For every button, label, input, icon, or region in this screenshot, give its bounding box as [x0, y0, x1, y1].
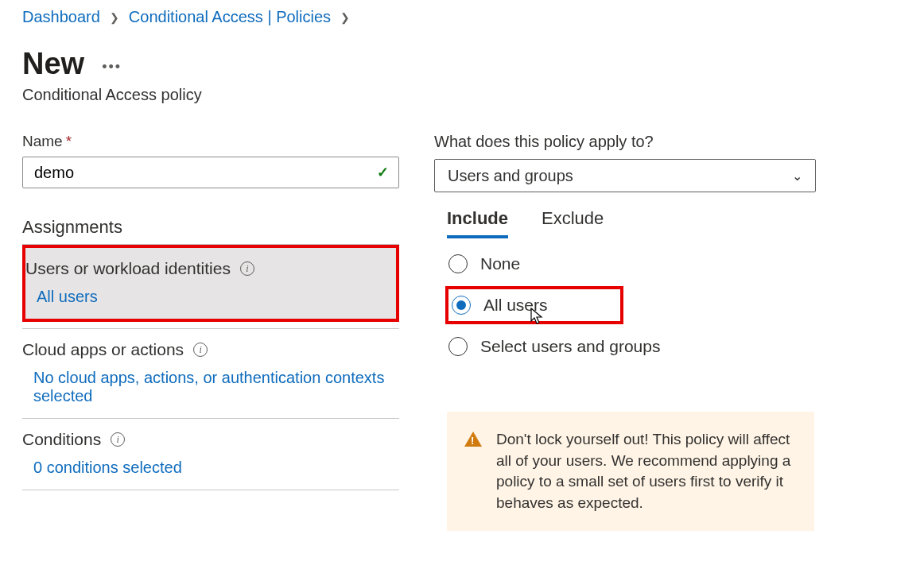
cloud-apps-value[interactable]: No cloud apps, actions, or authenticatio… [22, 369, 399, 405]
radio-none[interactable]: None [448, 254, 816, 273]
breadcrumb-dashboard[interactable]: Dashboard [22, 8, 100, 26]
page-title-row: New ••• [22, 47, 902, 81]
info-icon[interactable]: i [240, 261, 254, 276]
page-subtitle: Conditional Access policy [22, 86, 902, 104]
radio-icon [448, 254, 468, 273]
apply-to-dropdown[interactable]: Users and groups ⌄ [434, 159, 816, 192]
chevron-right-icon: ❯ [110, 11, 119, 24]
tab-include[interactable]: Include [447, 208, 508, 238]
apply-to-label: What does this policy apply to? [434, 133, 816, 151]
include-radio-group: None All users Select users and groups [434, 254, 816, 356]
cloud-apps-title: Cloud apps or actions i [22, 340, 399, 359]
right-column: What does this policy apply to? Users an… [434, 133, 816, 531]
conditions-title: Conditions i [22, 430, 399, 449]
warning-icon [464, 432, 482, 447]
users-identities-title: Users or workload identities i [25, 259, 396, 278]
tab-exclude[interactable]: Exclude [542, 208, 604, 238]
radio-all-users-highlight[interactable]: All users [445, 286, 623, 324]
name-label: Name * [22, 133, 399, 150]
breadcrumb-conditional-access[interactable]: Conditional Access | Policies [129, 8, 331, 26]
assignment-cloud-apps[interactable]: Cloud apps or actions i No cloud apps, a… [22, 329, 399, 419]
page-title: New [22, 47, 84, 81]
radio-icon [448, 337, 468, 356]
warning-box: Don't lock yourself out! This policy wil… [447, 412, 814, 531]
assignment-users-identities[interactable]: Users or workload identities i All users [22, 245, 399, 322]
info-icon[interactable]: i [111, 432, 125, 447]
radio-all-users-label: All users [483, 296, 548, 315]
left-column: Name * ✓ Assignments Users or workload i… [22, 133, 399, 531]
radio-icon [452, 296, 471, 315]
radio-select-label: Select users and groups [480, 337, 660, 356]
dropdown-value: Users and groups [448, 167, 573, 185]
conditions-value[interactable]: 0 conditions selected [22, 459, 399, 477]
radio-none-label: None [480, 254, 520, 273]
required-star-icon: * [66, 133, 72, 150]
radio-select-users[interactable]: Select users and groups [448, 337, 816, 356]
assignment-conditions[interactable]: Conditions i 0 conditions selected [22, 419, 399, 490]
chevron-down-icon: ⌄ [792, 168, 802, 184]
chevron-right-icon: ❯ [340, 11, 350, 24]
name-input-wrapper[interactable]: ✓ [22, 157, 399, 188]
breadcrumb: Dashboard ❯ Conditional Access | Policie… [22, 8, 902, 26]
users-identities-value[interactable]: All users [25, 288, 396, 306]
checkmark-icon: ✓ [377, 164, 389, 181]
warning-text: Don't lock yourself out! This policy wil… [496, 429, 794, 513]
info-icon[interactable]: i [193, 343, 208, 357]
assignments-header: Assignments [22, 217, 399, 245]
name-input[interactable] [23, 157, 398, 188]
more-icon[interactable]: ••• [102, 52, 122, 75]
include-exclude-tabs: Include Exclude [434, 208, 816, 238]
